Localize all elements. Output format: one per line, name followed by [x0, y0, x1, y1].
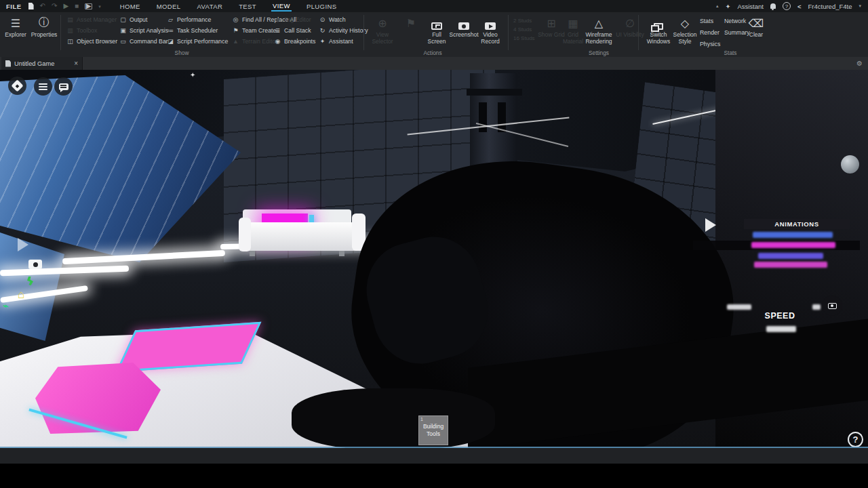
physics-stats-toggle[interactable]: Physics [700, 39, 720, 49]
tab-test[interactable]: TEST [237, 1, 258, 12]
screenshot-button[interactable]: Screenshot [448, 15, 480, 53]
watch-button[interactable]: ⊙Watch [319, 15, 368, 24]
command-bar-button[interactable]: ▭Command Bar [119, 37, 168, 46]
dark-mass-table-edge [292, 388, 495, 448]
render-stats-toggle[interactable]: Render [700, 28, 720, 37]
clear-stats-button[interactable]: ⌫ Clear [743, 15, 769, 53]
run-mode-icon[interactable]: ▶ [85, 3, 92, 9]
account-dropdown-icon[interactable]: ▾ [859, 3, 861, 9]
notifications-icon[interactable] [770, 3, 776, 9]
grid-stud-options: 2 Studs 4 Studs 16 Studs [513, 18, 535, 41]
plug-gui-icon[interactable]: ⌁ [3, 300, 8, 311]
selection-style-icon: ◇ [681, 15, 689, 30]
cursor-sparkle: ✦ [190, 71, 195, 79]
breakpoints-icon: ◉ [274, 38, 281, 45]
home-gui-icon[interactable]: ⌂ [18, 288, 24, 302]
stats-toggle[interactable]: Stats [700, 16, 720, 26]
redacted-animation-item[interactable] [753, 232, 833, 238]
username[interactable]: Fr4ctured_F4te [808, 3, 852, 10]
hamburger-menu-button[interactable] [34, 77, 52, 96]
camera-gui-icon[interactable] [28, 260, 42, 269]
play-icon[interactable]: ▶ [63, 3, 68, 9]
share-icon[interactable]: < [797, 3, 802, 10]
status-strip [0, 448, 868, 464]
call-stack-button[interactable]: ≣Call Stack [274, 26, 315, 35]
show-group-col1: ▤Asset Manager ▥Toolbox ◫Object Browser [66, 15, 117, 46]
ribbon-separator [638, 15, 639, 50]
toolbox-button: ▥Toolbox [66, 26, 117, 35]
redacted-label [727, 304, 751, 310]
show-grid-icon: ⊞ [547, 15, 555, 30]
video-record-button[interactable]: Video Record [476, 15, 505, 53]
tab-view[interactable]: VIEW [271, 1, 292, 12]
neon-decal-large [35, 363, 161, 434]
assistant-ribbon-button[interactable]: ✦Assistant [319, 37, 368, 46]
explorer-button[interactable]: ☰ Explorer [1, 15, 30, 53]
explorer-icon: ☰ [11, 15, 20, 30]
selection-style-button[interactable]: ◇ Selection Style [670, 15, 700, 53]
screenshot-gui-button[interactable] [822, 296, 842, 316]
performance-button[interactable]: ▱Performance [167, 15, 228, 24]
animations-play-icon[interactable] [705, 218, 716, 232]
watch-icon: ⊙ [319, 16, 326, 23]
flag-action-button: ⚑ [397, 15, 425, 53]
breakpoints-button[interactable]: ◉Breakpoints [274, 37, 315, 46]
tabstrip-gear-icon[interactable]: ⚙ [856, 60, 863, 67]
close-tab-icon[interactable]: × [74, 60, 78, 67]
help-icon[interactable]: ? [783, 2, 791, 10]
chat-button[interactable] [54, 77, 73, 96]
letterbox [0, 464, 868, 488]
stop-icon[interactable]: ■ [75, 3, 79, 9]
show-group-col5: ◈Tag Editor ≣Call Stack ◉Breakpoints [274, 15, 315, 46]
help-gui-button[interactable]: ? [848, 432, 863, 447]
quickbar-dropdown-icon[interactable]: ▾ [98, 4, 101, 9]
titlebar-right-cluster: ▴ ✦ Assistant ? < Fr4ctured_F4te ▾ [716, 2, 868, 10]
play-overlay-icon[interactable] [18, 238, 28, 251]
chevron-right-icon[interactable]: > [50, 265, 56, 277]
wireframe-rendering-button[interactable]: △ Wireframe Rendering [582, 15, 616, 53]
tab-avatar[interactable]: AVATAR [196, 1, 224, 12]
new-file-icon[interactable] [28, 3, 34, 9]
collapse-ribbon-icon[interactable]: ▴ [716, 3, 719, 9]
script-analysis-button[interactable]: ▣Script Analysis [119, 26, 168, 35]
couch-leg [339, 251, 344, 256]
menu-bar: FILE ↶ ↷ ▶ ■ ▶ ▾ HOME MODEL AVATAR TEST … [0, 0, 868, 12]
tab-untitled-game[interactable]: Untitled Game × [1, 57, 83, 70]
roblox-studio-window: FILE ↶ ↷ ▶ ■ ▶ ▾ HOME MODEL AVATAR TEST … [0, 0, 868, 488]
game-viewport[interactable]: ✦ > ⌂ ⌁ ANIMATIONS SPEED [0, 70, 868, 448]
output-button[interactable]: ▢Output [119, 15, 168, 24]
tab-model[interactable]: MODEL [155, 1, 182, 12]
assistant-sparkle-icon[interactable]: ✦ [725, 3, 730, 10]
script-performance-button[interactable]: ◪Script Performance [167, 37, 228, 46]
script-performance-icon: ◪ [167, 38, 174, 45]
screenshot-icon [458, 15, 469, 30]
ribbon-separator [363, 15, 364, 50]
tab-plugins[interactable]: PLUGINS [305, 1, 338, 12]
ribbon-separator [508, 15, 509, 50]
redacted-animation-item[interactable] [754, 262, 827, 268]
output-icon: ▢ [119, 16, 127, 23]
assistant-button[interactable]: Assistant [737, 3, 764, 10]
tab-home[interactable]: HOME [119, 1, 142, 12]
task-scheduler-button[interactable]: ≔Task Scheduler [167, 26, 228, 35]
redacted-animation-item[interactable] [751, 242, 835, 248]
building-tools-button[interactable]: 1 Building Tools [418, 415, 448, 445]
file-menu[interactable]: FILE [0, 3, 28, 10]
object-browser-button[interactable]: ◫Object Browser [66, 37, 117, 46]
quick-access-toolbar: ↶ ↷ ▶ ■ ▶ ▾ [28, 3, 111, 9]
activity-history-button[interactable]: ↻Activity History [319, 26, 368, 35]
full-screen-button[interactable]: Full Screen [422, 15, 451, 53]
pillar-band [467, 89, 522, 96]
properties-button[interactable]: ⓘ Properties [30, 15, 58, 53]
performance-icon: ▱ [167, 16, 174, 23]
redo-icon[interactable]: ↷ [52, 3, 57, 9]
ui-visibility-icon: ∅ [625, 15, 635, 30]
roblox-menu-button[interactable] [8, 77, 26, 95]
camera-bracket-icon [828, 303, 837, 309]
pillar-vent [498, 102, 506, 132]
switch-windows-icon [654, 15, 663, 30]
undo-icon[interactable]: ↶ [40, 3, 45, 9]
find-all-icon: ◎ [232, 16, 239, 23]
redacted-animation-item[interactable] [758, 253, 823, 259]
ribbon-tab-bar: HOME MODEL AVATAR TEST VIEW PLUGINS [119, 0, 338, 12]
